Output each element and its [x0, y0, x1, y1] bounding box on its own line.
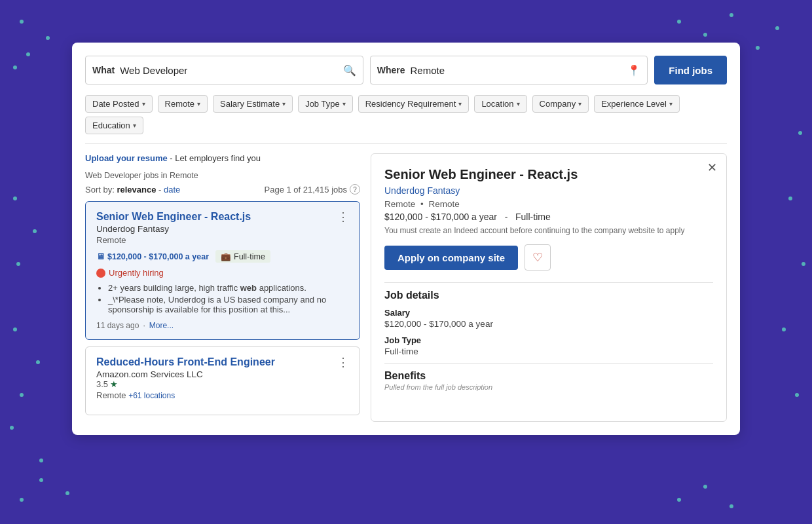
suitcase-icon: 💼	[221, 252, 231, 261]
what-label: What	[92, 65, 115, 75]
upload-resume-banner: Upload your resume - Let employers find …	[85, 153, 360, 163]
filter-location[interactable]: Location ▾	[474, 95, 526, 113]
company-name-2: Amazon.com Services LLC 3.5 ★	[96, 369, 275, 389]
save-job-button[interactable]: ♡	[525, 244, 551, 271]
detail-note: You must create an Indeed account before…	[384, 226, 713, 235]
search-row: What 🔍 Where 📍 Find jobs	[85, 56, 727, 84]
divider	[85, 143, 727, 144]
more-link-1[interactable]: More...	[149, 321, 174, 330]
detail-location2: Remote	[429, 199, 460, 209]
job-location-1: Remote	[96, 235, 251, 245]
chevron-down-icon: ▾	[142, 100, 145, 107]
job-card-info-1: Senior Web Engineer - React.js Underdog …	[96, 211, 251, 250]
job-title-2: Reduced-Hours Front-End Engineer	[96, 356, 275, 368]
urgent-dot-icon	[96, 269, 105, 278]
sort-label: Sort by:	[85, 185, 117, 195]
detail-salary-item: Salary $120,000 - $170,000 a year	[384, 308, 713, 329]
page-count: Page 1 of 21,415 jobs	[265, 185, 348, 195]
filter-education-label: Education	[92, 121, 130, 130]
job-card-header-2: Reduced-Hours Front-End Engineer Amazon.…	[96, 356, 349, 405]
job-card-info-2: Reduced-Hours Front-End Engineer Amazon.…	[96, 356, 275, 405]
chevron-down-icon: ▾	[578, 100, 581, 107]
where-location-icon[interactable]: 📍	[627, 64, 640, 77]
salary-icon: 🖥	[96, 252, 105, 261]
what-search-box: What 🔍	[85, 56, 363, 84]
urgent-badge-1: Urgently hiring	[96, 268, 349, 278]
filter-experience-label: Experience Level	[601, 99, 667, 109]
filter-job-type-label: Job Type	[305, 99, 340, 109]
what-search-icon[interactable]: 🔍	[343, 64, 356, 77]
detail-company-link[interactable]: Underdog Fantasy	[384, 185, 460, 196]
apply-button[interactable]: Apply on company site	[384, 246, 518, 270]
filter-experience[interactable]: Experience Level ▾	[594, 95, 680, 113]
jobs-in-location: Web Developer jobs in Remote	[85, 171, 360, 180]
job-card-1[interactable]: Senior Web Engineer - React.js Underdog …	[85, 201, 360, 340]
what-input[interactable]	[120, 65, 342, 76]
filter-education[interactable]: Education ▾	[85, 117, 143, 134]
job-details-heading: Job details	[384, 290, 713, 301]
job-card-header-1: Senior Web Engineer - React.js Underdog …	[96, 211, 349, 250]
job-type-text-1: Full-time	[234, 252, 265, 261]
filter-remote-label: Remote	[165, 99, 195, 109]
left-panel: Upload your resume - Let employers find …	[85, 153, 360, 422]
benefits-section: Benefits Pulled from the full job descri…	[384, 370, 713, 391]
benefits-subtitle: Pulled from the full job description	[384, 383, 713, 391]
job-card-2[interactable]: Reduced-Hours Front-End Engineer Amazon.…	[85, 346, 360, 415]
job-more-button-2[interactable]: ⋮	[337, 356, 349, 368]
upload-resume-link[interactable]: Upload your resume	[85, 153, 168, 163]
sort-options: Sort by: relevance - date	[85, 185, 180, 195]
company-rating-2: 3.5 ★	[96, 379, 275, 389]
page-info: Page 1 of 21,415 jobs ?	[265, 184, 361, 195]
filters-row: Date Posted ▾ Remote ▾ Salary Estimate ▾…	[85, 95, 727, 113]
section-divider-1	[384, 282, 713, 283]
chevron-down-icon: ▾	[517, 100, 520, 107]
salary-detail-value: $120,000 - $170,000 a year	[384, 319, 713, 329]
where-input[interactable]	[410, 65, 627, 76]
detail-salary: $120,000 - $170,000 a year	[384, 212, 497, 222]
filter-date-posted[interactable]: Date Posted ▾	[85, 95, 153, 113]
filter-residency-label: Residency Requirement	[365, 99, 456, 109]
job-location-2: Remote +61 locations	[96, 390, 275, 400]
right-panel: ✕ Senior Web Engineer - React.js Underdo…	[371, 153, 727, 422]
detail-type-item: Job Type Full-time	[384, 335, 713, 356]
filter-company[interactable]: Company ▾	[532, 95, 589, 113]
chevron-down-icon: ▾	[342, 100, 346, 107]
main-container: What 🔍 Where 📍 Find jobs Date Posted ▾ R…	[72, 43, 740, 435]
type-detail-value: Full-time	[384, 346, 713, 356]
salary-pill-1: 🖥 $120,000 - $170,000 a year	[96, 252, 209, 261]
find-jobs-button[interactable]: Find jobs	[654, 56, 727, 84]
bullet-1: 2+ years building large, high traffic we…	[108, 283, 349, 293]
dot-separator: •	[420, 199, 424, 209]
type-detail-label: Job Type	[384, 335, 713, 345]
filter-job-type[interactable]: Job Type ▾	[298, 95, 353, 113]
filter-location-label: Location	[481, 99, 513, 109]
company-name-1: Underdog Fantasy	[96, 224, 251, 234]
sort-dash: -	[156, 185, 164, 195]
job-meta-1: 🖥 $120,000 - $170,000 a year 💼 Full-time	[96, 250, 349, 263]
salary-text-1: $120,000 - $170,000 a year	[107, 252, 209, 261]
urgent-text-1: Urgently hiring	[109, 268, 164, 278]
detail-job-title: Senior Web Engineer - React.js	[384, 167, 713, 182]
sort-row: Sort by: relevance - date Page 1 of 21,4…	[85, 184, 360, 195]
filter-salary-label: Salary Estimate	[220, 99, 280, 109]
job-more-button-1[interactable]: ⋮	[337, 211, 349, 223]
filter-salary-estimate[interactable]: Salary Estimate ▾	[213, 95, 293, 113]
job-type-pill-1: 💼 Full-time	[215, 250, 270, 263]
footer-dot: ·	[143, 321, 145, 330]
sort-date-link[interactable]: date	[164, 185, 180, 195]
detail-salary-line: $120,000 - $170,000 a year - Full-time	[384, 212, 713, 222]
filters-row-2: Education ▾	[85, 117, 727, 134]
filter-remote[interactable]: Remote ▾	[158, 95, 208, 113]
detail-job-type: Full-time	[515, 212, 551, 222]
help-icon[interactable]: ?	[350, 184, 360, 195]
chevron-down-icon: ▾	[458, 100, 462, 107]
filter-residency[interactable]: Residency Requirement ▾	[358, 95, 470, 113]
job-title-1: Senior Web Engineer - React.js	[96, 211, 251, 223]
salary-detail-label: Salary	[384, 308, 713, 318]
posted-date-1: 11 days ago	[96, 321, 139, 330]
close-button[interactable]: ✕	[707, 160, 717, 175]
location-extra-2: +61 locations	[128, 391, 175, 400]
star-icon: ★	[110, 379, 118, 389]
section-divider-2	[384, 363, 713, 364]
where-label: Where	[377, 65, 405, 75]
